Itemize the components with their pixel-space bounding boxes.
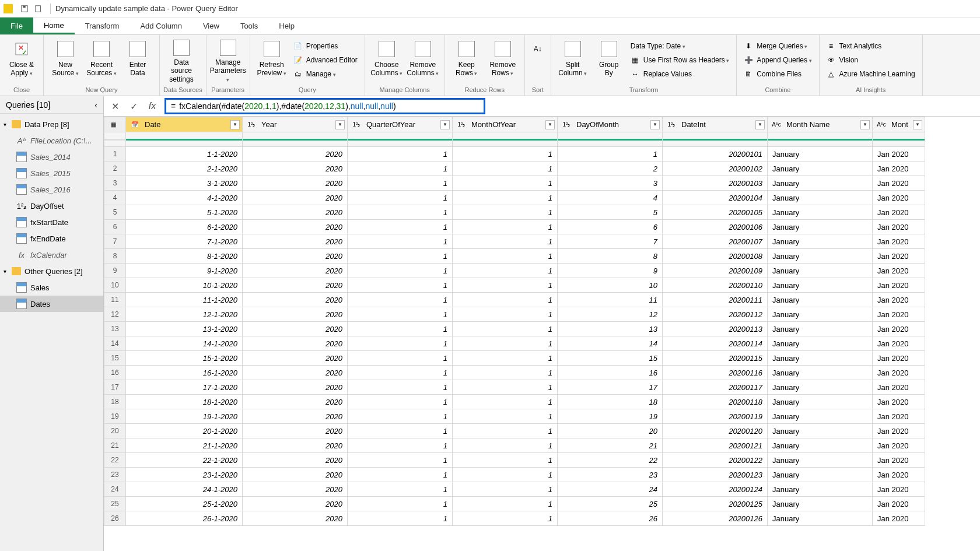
cell[interactable]: 2020 — [243, 380, 348, 395]
cell[interactable]: 26 — [558, 511, 663, 526]
cell[interactable]: 2020 — [243, 191, 348, 205]
cell[interactable]: 19 — [558, 409, 663, 424]
filter-dropdown-icon[interactable]: ▼ — [755, 120, 765, 129]
cell[interactable]: 1 — [348, 497, 453, 511]
cell[interactable]: 2020 — [243, 453, 348, 468]
cell[interactable]: 20200116 — [663, 366, 768, 380]
sort-asc-button[interactable]: A↓ — [528, 37, 547, 83]
cell[interactable]: 10-1-2020 — [126, 278, 243, 293]
query-item[interactable]: fxEndDate — [0, 230, 103, 247]
cell[interactable]: 14 — [558, 336, 663, 351]
cell[interactable]: 16-1-2020 — [126, 366, 243, 380]
cell[interactable]: January — [768, 482, 873, 497]
cell[interactable]: January — [768, 293, 873, 307]
cell[interactable]: 21-1-2020 — [126, 438, 243, 453]
cell[interactable]: 2020 — [243, 205, 348, 220]
table-row[interactable]: 33-1-2020202011320200103JanuaryJan 2020 — [104, 176, 925, 191]
cell[interactable]: 1 — [348, 162, 453, 176]
cell[interactable]: 12-1-2020 — [126, 307, 243, 322]
tab-file[interactable]: File — [0, 17, 33, 34]
tab-transform[interactable]: Transform — [75, 17, 130, 34]
cell[interactable]: 26-1-2020 — [126, 511, 243, 526]
properties-button[interactable]: 📄Properties — [290, 39, 361, 53]
cell[interactable]: 1 — [348, 468, 453, 482]
cell[interactable]: January — [768, 191, 873, 205]
cell[interactable]: 2020 — [243, 162, 348, 176]
cell[interactable]: 15-1-2020 — [126, 351, 243, 366]
cell[interactable]: Jan 2020 — [873, 191, 925, 205]
cell[interactable]: 20200122 — [663, 453, 768, 468]
cell[interactable]: 3 — [558, 176, 663, 191]
advanced-editor-button[interactable]: 📝Advanced Editor — [290, 53, 361, 67]
cell[interactable]: 1 — [348, 147, 453, 162]
cell[interactable]: 20200107 — [663, 234, 768, 249]
cell[interactable]: January — [768, 322, 873, 336]
cell[interactable]: Jan 2020 — [873, 234, 925, 249]
filter-dropdown-icon[interactable]: ▼ — [650, 120, 660, 129]
cell[interactable]: January — [768, 424, 873, 438]
column-header[interactable]: 1²₃Year▼ — [243, 117, 348, 132]
cell[interactable]: 1 — [348, 249, 453, 264]
cell[interactable]: 19-1-2020 — [126, 409, 243, 424]
refresh-preview-button[interactable]: Refresh Preview — [254, 37, 290, 83]
cell[interactable]: 20200108 — [663, 249, 768, 264]
table-icon-header[interactable]: ▦ — [104, 117, 126, 132]
keep-rows-button[interactable]: Keep Rows — [449, 37, 485, 83]
query-item[interactable]: Sales_2015 — [0, 165, 103, 181]
text-analytics-button[interactable]: ≡Text Analytics — [823, 39, 919, 53]
table-row[interactable]: 1111-1-20202020111120200111JanuaryJan 20… — [104, 293, 925, 307]
cell[interactable]: January — [768, 438, 873, 453]
cell[interactable]: 25-1-2020 — [126, 497, 243, 511]
cell[interactable]: 20200112 — [663, 307, 768, 322]
table-row[interactable]: 1616-1-20202020111620200116JanuaryJan 20… — [104, 366, 925, 380]
cell[interactable]: 1 — [453, 234, 558, 249]
cell[interactable]: 2020 — [243, 366, 348, 380]
cell[interactable]: Jan 2020 — [873, 351, 925, 366]
cell[interactable]: 20200113 — [663, 322, 768, 336]
cell[interactable]: 2020 — [243, 278, 348, 293]
cell[interactable]: 2020 — [243, 409, 348, 424]
append-queries-button[interactable]: ➕Append Queries — [740, 53, 815, 67]
cell[interactable]: 9 — [558, 264, 663, 278]
cell[interactable]: 1 — [453, 278, 558, 293]
cell[interactable]: January — [768, 205, 873, 220]
filter-dropdown-icon[interactable]: ▼ — [230, 120, 240, 129]
cell[interactable]: 25 — [558, 497, 663, 511]
cell[interactable]: Jan 2020 — [873, 409, 925, 424]
cell[interactable]: 1 — [453, 322, 558, 336]
table-row[interactable]: 2626-1-20202020112620200126JanuaryJan 20… — [104, 511, 925, 526]
query-item[interactable]: 1²₃DayOffset — [0, 198, 103, 214]
close-apply-button[interactable]: ✕✓ Close & Apply — [4, 37, 40, 83]
table-row[interactable]: 2121-1-20202020112120200121JanuaryJan 20… — [104, 438, 925, 453]
cell[interactable]: 11-1-2020 — [126, 293, 243, 307]
data-source-settings-button[interactable]: Data source settings — [163, 37, 200, 83]
tab-view[interactable]: View — [192, 17, 230, 34]
cell[interactable]: 2020 — [243, 351, 348, 366]
cell[interactable]: 8-1-2020 — [126, 249, 243, 264]
cell[interactable]: 1 — [348, 322, 453, 336]
filter-dropdown-icon[interactable]: ▼ — [860, 120, 870, 129]
cell[interactable]: 1 — [348, 380, 453, 395]
cell[interactable]: 1 — [453, 438, 558, 453]
cell[interactable]: 20200101 — [663, 147, 768, 162]
table-row[interactable]: 44-1-2020202011420200104JanuaryJan 2020 — [104, 191, 925, 205]
cell[interactable]: 14-1-2020 — [126, 336, 243, 351]
cell[interactable]: 1 — [348, 293, 453, 307]
commit-formula-button[interactable]: ✓ — [127, 100, 140, 113]
cell[interactable]: 2020 — [243, 438, 348, 453]
cell[interactable]: January — [768, 176, 873, 191]
query-item[interactable]: Sales — [0, 279, 103, 296]
cell[interactable]: 1 — [453, 468, 558, 482]
cell[interactable]: 1 — [453, 409, 558, 424]
manage-parameters-button[interactable]: Manage Parameters — [210, 37, 246, 83]
cell[interactable]: Jan 2020 — [873, 264, 925, 278]
table-row[interactable]: 99-1-2020202011920200109JanuaryJan 2020 — [104, 264, 925, 278]
tab-add-column[interactable]: Add Column — [130, 17, 192, 34]
cell[interactable]: Jan 2020 — [873, 366, 925, 380]
cell[interactable]: January — [768, 264, 873, 278]
table-row[interactable]: 2424-1-20202020112420200124JanuaryJan 20… — [104, 482, 925, 497]
cell[interactable]: 20200123 — [663, 468, 768, 482]
cell[interactable]: 5 — [558, 205, 663, 220]
cell[interactable]: Jan 2020 — [873, 249, 925, 264]
cell[interactable]: 2020 — [243, 147, 348, 162]
